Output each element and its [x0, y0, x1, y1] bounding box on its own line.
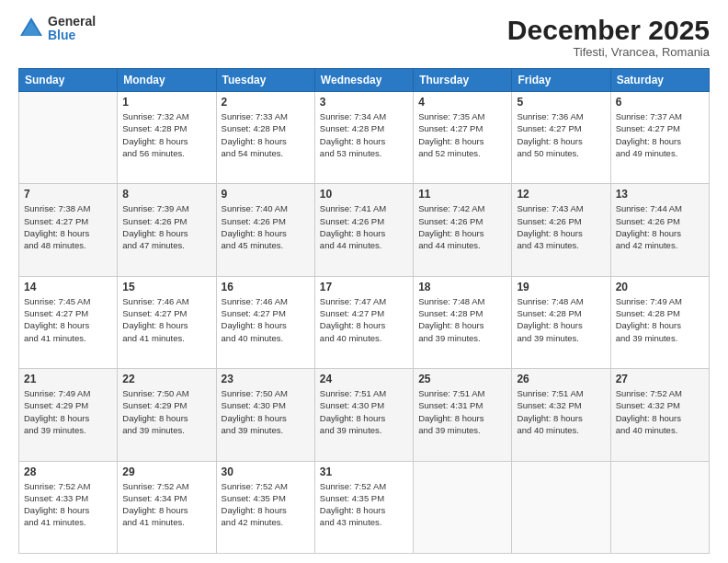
- day-info: Sunrise: 7:52 AMSunset: 4:32 PMDaylight:…: [616, 387, 704, 436]
- day-number: 21: [24, 373, 112, 385]
- calendar-cell: 1Sunrise: 7:32 AMSunset: 4:28 PMDaylight…: [118, 92, 216, 184]
- calendar-cell: 12Sunrise: 7:43 AMSunset: 4:26 PMDayligh…: [512, 184, 610, 276]
- calendar-cell: [512, 461, 610, 553]
- day-info: Sunrise: 7:47 AMSunset: 4:27 PMDaylight:…: [320, 295, 408, 344]
- day-number: 23: [222, 373, 310, 385]
- calendar-week-row: 14Sunrise: 7:45 AMSunset: 4:27 PMDayligh…: [19, 276, 710, 368]
- logo-icon: [18, 16, 44, 41]
- calendar-cell: [414, 461, 512, 553]
- calendar-cell: 4Sunrise: 7:35 AMSunset: 4:27 PMDaylight…: [414, 92, 512, 184]
- calendar-cell: 9Sunrise: 7:40 AMSunset: 4:26 PMDaylight…: [216, 184, 314, 276]
- day-info: Sunrise: 7:51 AMSunset: 4:31 PMDaylight:…: [418, 387, 506, 436]
- day-number: 25: [418, 373, 506, 385]
- day-info: Sunrise: 7:35 AMSunset: 4:27 PMDaylight:…: [418, 110, 506, 159]
- day-info: Sunrise: 7:49 AMSunset: 4:28 PMDaylight:…: [616, 295, 704, 344]
- day-number: 12: [517, 188, 605, 201]
- title-block: December 2025 Tifesti, Vrancea, Romania: [507, 15, 710, 59]
- calendar-cell: 22Sunrise: 7:50 AMSunset: 4:29 PMDayligh…: [118, 369, 216, 461]
- location-subtitle: Tifesti, Vrancea, Romania: [507, 45, 710, 59]
- day-info: Sunrise: 7:52 AMSunset: 4:35 PMDaylight:…: [222, 480, 310, 529]
- calendar-cell: 14Sunrise: 7:45 AMSunset: 4:27 PMDayligh…: [19, 276, 118, 368]
- day-number: 2: [222, 96, 310, 109]
- calendar-cell: 3Sunrise: 7:34 AMSunset: 4:28 PMDaylight…: [314, 92, 413, 184]
- day-info: Sunrise: 7:49 AMSunset: 4:29 PMDaylight:…: [24, 387, 112, 436]
- day-number: 22: [122, 373, 210, 385]
- calendar-cell: 18Sunrise: 7:48 AMSunset: 4:28 PMDayligh…: [414, 276, 512, 368]
- day-info: Sunrise: 7:51 AMSunset: 4:32 PMDaylight:…: [517, 387, 605, 436]
- day-number: 13: [616, 188, 704, 201]
- day-info: Sunrise: 7:39 AMSunset: 4:26 PMDaylight:…: [122, 202, 210, 251]
- day-info: Sunrise: 7:42 AMSunset: 4:26 PMDaylight:…: [418, 202, 506, 251]
- day-number: 17: [320, 281, 408, 293]
- day-info: Sunrise: 7:48 AMSunset: 4:28 PMDaylight:…: [517, 295, 605, 344]
- day-number: 31: [320, 465, 408, 478]
- day-number: 24: [320, 373, 408, 385]
- day-info: Sunrise: 7:45 AMSunset: 4:27 PMDaylight:…: [24, 295, 112, 344]
- day-number: 28: [24, 465, 112, 478]
- day-info: Sunrise: 7:34 AMSunset: 4:28 PMDaylight:…: [320, 110, 408, 159]
- calendar-cell: 17Sunrise: 7:47 AMSunset: 4:27 PMDayligh…: [314, 276, 413, 368]
- day-number: 5: [517, 96, 605, 109]
- day-info: Sunrise: 7:50 AMSunset: 4:30 PMDaylight:…: [222, 387, 310, 436]
- calendar-cell: 6Sunrise: 7:37 AMSunset: 4:27 PMDaylight…: [610, 92, 709, 184]
- weekday-header-wednesday: Wednesday: [314, 69, 413, 92]
- header: General Blue December 2025 Tifesti, Vran…: [18, 15, 710, 59]
- day-number: 8: [122, 188, 210, 201]
- day-info: Sunrise: 7:36 AMSunset: 4:27 PMDaylight:…: [517, 110, 605, 159]
- calendar-cell: 26Sunrise: 7:51 AMSunset: 4:32 PMDayligh…: [512, 369, 610, 461]
- day-info: Sunrise: 7:41 AMSunset: 4:26 PMDaylight:…: [320, 202, 408, 251]
- weekday-header-tuesday: Tuesday: [216, 69, 314, 92]
- day-number: 7: [24, 188, 112, 201]
- day-info: Sunrise: 7:52 AMSunset: 4:33 PMDaylight:…: [24, 480, 112, 529]
- day-info: Sunrise: 7:38 AMSunset: 4:27 PMDaylight:…: [24, 202, 112, 251]
- day-number: 16: [222, 281, 310, 293]
- calendar-week-row: 28Sunrise: 7:52 AMSunset: 4:33 PMDayligh…: [19, 461, 710, 553]
- day-number: 11: [418, 188, 506, 201]
- day-info: Sunrise: 7:33 AMSunset: 4:28 PMDaylight:…: [222, 110, 310, 159]
- day-number: 14: [24, 281, 112, 293]
- calendar-cell: 21Sunrise: 7:49 AMSunset: 4:29 PMDayligh…: [19, 369, 118, 461]
- calendar-cell: 30Sunrise: 7:52 AMSunset: 4:35 PMDayligh…: [216, 461, 314, 553]
- calendar-cell: 5Sunrise: 7:36 AMSunset: 4:27 PMDaylight…: [512, 92, 610, 184]
- month-title: December 2025: [507, 15, 710, 45]
- weekday-header-saturday: Saturday: [610, 69, 709, 92]
- weekday-header-thursday: Thursday: [414, 69, 512, 92]
- calendar-cell: 15Sunrise: 7:46 AMSunset: 4:27 PMDayligh…: [118, 276, 216, 368]
- day-number: 1: [122, 96, 210, 109]
- calendar-cell: 19Sunrise: 7:48 AMSunset: 4:28 PMDayligh…: [512, 276, 610, 368]
- weekday-header-monday: Monday: [118, 69, 216, 92]
- calendar-cell: 10Sunrise: 7:41 AMSunset: 4:26 PMDayligh…: [314, 184, 413, 276]
- calendar-table: SundayMondayTuesdayWednesdayThursdayFrid…: [18, 68, 710, 554]
- calendar-cell: 16Sunrise: 7:46 AMSunset: 4:27 PMDayligh…: [216, 276, 314, 368]
- day-info: Sunrise: 7:51 AMSunset: 4:30 PMDaylight:…: [320, 387, 408, 436]
- day-number: 27: [616, 373, 704, 385]
- logo-blue: Blue: [48, 29, 96, 42]
- calendar-cell: 7Sunrise: 7:38 AMSunset: 4:27 PMDaylight…: [19, 184, 118, 276]
- day-number: 9: [222, 188, 310, 201]
- day-info: Sunrise: 7:50 AMSunset: 4:29 PMDaylight:…: [122, 387, 210, 436]
- calendar-cell: 24Sunrise: 7:51 AMSunset: 4:30 PMDayligh…: [314, 369, 413, 461]
- day-info: Sunrise: 7:52 AMSunset: 4:35 PMDaylight:…: [320, 480, 408, 529]
- calendar-cell: 13Sunrise: 7:44 AMSunset: 4:26 PMDayligh…: [610, 184, 709, 276]
- day-number: 29: [122, 465, 210, 478]
- day-info: Sunrise: 7:46 AMSunset: 4:27 PMDaylight:…: [122, 295, 210, 344]
- calendar-cell: 11Sunrise: 7:42 AMSunset: 4:26 PMDayligh…: [414, 184, 512, 276]
- day-info: Sunrise: 7:37 AMSunset: 4:27 PMDaylight:…: [616, 110, 704, 159]
- weekday-header-row: SundayMondayTuesdayWednesdayThursdayFrid…: [19, 69, 710, 92]
- day-number: 4: [418, 96, 506, 109]
- day-number: 20: [616, 281, 704, 293]
- day-info: Sunrise: 7:52 AMSunset: 4:34 PMDaylight:…: [122, 480, 210, 529]
- calendar-cell: 20Sunrise: 7:49 AMSunset: 4:28 PMDayligh…: [610, 276, 709, 368]
- page: General Blue December 2025 Tifesti, Vran…: [0, 0, 728, 563]
- day-number: 3: [320, 96, 408, 109]
- calendar-week-row: 7Sunrise: 7:38 AMSunset: 4:27 PMDaylight…: [19, 184, 710, 276]
- weekday-header-sunday: Sunday: [19, 69, 118, 92]
- calendar-cell: 8Sunrise: 7:39 AMSunset: 4:26 PMDaylight…: [118, 184, 216, 276]
- day-number: 26: [517, 373, 605, 385]
- day-number: 19: [517, 281, 605, 293]
- day-info: Sunrise: 7:44 AMSunset: 4:26 PMDaylight:…: [616, 202, 704, 251]
- day-number: 15: [122, 281, 210, 293]
- calendar-cell: 25Sunrise: 7:51 AMSunset: 4:31 PMDayligh…: [414, 369, 512, 461]
- day-number: 6: [616, 96, 704, 109]
- calendar-cell: 28Sunrise: 7:52 AMSunset: 4:33 PMDayligh…: [19, 461, 118, 553]
